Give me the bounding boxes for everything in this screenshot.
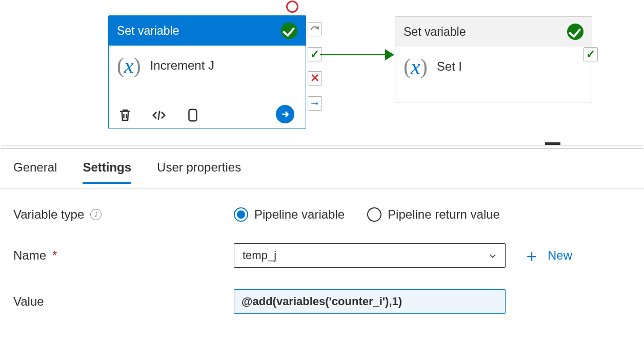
radio-label: Pipeline variable: [254, 207, 345, 222]
activity-type-label: Set variable: [117, 24, 179, 38]
tab-underline: [0, 188, 644, 189]
variable-type-label: Variable type: [13, 207, 84, 222]
activity-name-label: Set I: [437, 59, 462, 74]
variable-icon: (x): [117, 55, 141, 76]
activity-node-set-i[interactable]: Set variable (x) Set I: [395, 16, 592, 102]
name-select[interactable]: temp_j: [234, 243, 506, 268]
open-details-button[interactable]: [276, 105, 294, 123]
variable-icon: (x): [404, 56, 428, 77]
required-asterisk: *: [52, 248, 57, 263]
dependency-handle-completion[interactable]: [308, 22, 322, 36]
delete-icon[interactable]: [117, 107, 133, 123]
new-variable-label: New: [548, 248, 572, 263]
svg-rect-0: [189, 110, 197, 121]
radio-dot-icon: [367, 207, 381, 222]
activity-name-label: Increment J: [150, 58, 214, 73]
name-select-value: temp_j: [243, 249, 276, 262]
variable-type-radio-group: Pipeline variable Pipeline return value: [234, 207, 500, 222]
panel-divider[interactable]: [1, 145, 643, 148]
breakpoint-indicator: [286, 1, 298, 13]
radio-dot-icon: [234, 207, 248, 222]
new-variable-button[interactable]: ＋ New: [523, 248, 572, 263]
activity-node-increment-j[interactable]: Set variable (x) Increment J: [108, 15, 306, 129]
dependency-handle-skipped[interactable]: →: [308, 96, 322, 111]
status-success-icon: [281, 23, 297, 39]
dependency-handle-failure[interactable]: ✕: [308, 71, 322, 86]
radio-label: Pipeline return value: [388, 207, 500, 222]
status-success-icon: [567, 24, 583, 40]
value-expression-text: @add(variables('counter_i'),1): [242, 295, 402, 308]
activity-type-label: Set variable: [404, 25, 466, 39]
settings-form: Variable type i Pipeline variable Pipeli…: [13, 207, 623, 335]
dependency-handle-success[interactable]: ✓: [583, 47, 598, 61]
copy-icon[interactable]: [185, 107, 201, 123]
radio-pipeline-return-value[interactable]: Pipeline return value: [367, 207, 500, 222]
radio-pipeline-variable[interactable]: Pipeline variable: [234, 207, 345, 222]
value-expression-input[interactable]: @add(variables('counter_i'),1): [234, 289, 506, 314]
success-edge[interactable]: [320, 54, 393, 55]
value-label: Value: [13, 294, 44, 309]
info-icon[interactable]: i: [90, 209, 102, 220]
chevron-down-icon: [488, 251, 498, 264]
name-label: Name: [13, 248, 46, 263]
pipeline-canvas[interactable]: Set variable (x) Increment J ✓ ✕ →: [0, 0, 644, 145]
code-icon[interactable]: [151, 107, 167, 123]
